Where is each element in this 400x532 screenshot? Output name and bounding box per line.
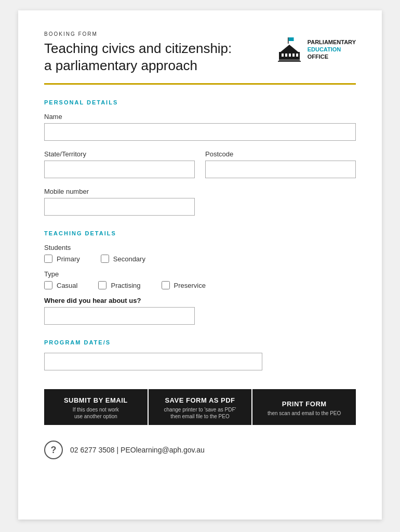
buttons-row: SUBMIT BY EMAIL If this does not workuse… (44, 389, 356, 425)
contact-separator: | (117, 446, 121, 454)
casual-checkbox[interactable] (44, 281, 52, 289)
casual-label: Casual (57, 282, 77, 289)
svg-rect-6 (289, 54, 291, 57)
help-icon: ? (44, 441, 63, 459)
contact-email: PEOlearning@aph.gov.au (121, 446, 205, 454)
students-label: Students (44, 244, 356, 251)
type-checkbox-group: Casual Practising Preservice (44, 281, 356, 289)
teaching-details-heading: TEACHING DETAILS (44, 230, 356, 236)
save-pdf-subtitle: change printer to 'save as PDF'then emai… (154, 406, 247, 420)
logo-text: PARLIAMENTARY EDUCATION OFFICE (308, 38, 356, 61)
name-input[interactable] (44, 123, 356, 141)
submit-email-button[interactable]: SUBMIT BY EMAIL If this does not workuse… (44, 389, 148, 425)
postcode-input[interactable] (205, 161, 356, 178)
name-label: Name (44, 113, 356, 121)
print-form-subtitle: then scan and email to the PEO (258, 410, 351, 417)
primary-label: Primary (57, 255, 80, 263)
preservice-checkbox[interactable] (162, 281, 170, 289)
svg-rect-9 (279, 59, 300, 61)
state-label: State/Territory (44, 150, 195, 158)
program-dates-input[interactable] (44, 353, 262, 370)
personal-details-heading: PERSONAL DETAILS (44, 99, 356, 105)
where-heard-input[interactable] (44, 307, 195, 325)
students-checkbox-group: Primary Secondary (44, 255, 356, 263)
svg-rect-1 (288, 37, 294, 41)
primary-checkbox-item[interactable]: Primary (44, 255, 80, 263)
svg-rect-0 (288, 37, 289, 44)
svg-marker-3 (281, 45, 298, 52)
print-form-button[interactable]: PRINT FORM then scan and email to the PE… (252, 389, 356, 425)
svg-rect-5 (285, 54, 287, 57)
gold-divider (44, 83, 356, 85)
program-dates-section: PROGRAM DATE/S (44, 339, 356, 370)
svg-rect-7 (292, 54, 295, 57)
secondary-checkbox[interactable] (101, 255, 109, 263)
svg-rect-10 (278, 61, 301, 62)
mobile-field-group: Mobile number (44, 188, 195, 216)
secondary-label: Secondary (113, 255, 145, 263)
primary-checkbox[interactable] (44, 255, 52, 263)
save-pdf-title: SAVE FORM AS PDF (154, 396, 247, 404)
state-input[interactable] (44, 161, 195, 178)
teaching-details-section: TEACHING DETAILS Students Primary Second… (44, 230, 356, 325)
contact-phone: 02 6277 3508 (70, 446, 115, 454)
where-heard-field-group: Where did you hear about us? (44, 297, 356, 325)
program-dates-heading: PROGRAM DATE/S (44, 339, 356, 345)
logo: PARLIAMENTARY EDUCATION OFFICE (276, 31, 356, 62)
postcode-field-group: Postcode (205, 150, 356, 178)
preservice-checkbox-item[interactable]: Preservice (162, 281, 206, 289)
booking-label: BOOKING FORM (44, 31, 232, 37)
print-form-title: PRINT FORM (258, 400, 351, 408)
svg-rect-8 (296, 54, 298, 57)
header: BOOKING FORM Teaching civics and citizen… (44, 31, 356, 74)
mobile-label: Mobile number (44, 188, 195, 195)
state-postcode-row: State/Territory Postcode (44, 150, 356, 178)
state-field-group: State/Territory (44, 150, 195, 178)
page: BOOKING FORM Teaching civics and citizen… (18, 10, 382, 520)
svg-rect-4 (282, 54, 284, 57)
where-heard-label: Where did you hear about us? (44, 297, 356, 304)
type-label: Type (44, 270, 356, 278)
contact-row: ? 02 6277 3508 | PEOlearning@aph.gov.au (44, 441, 356, 459)
page-title: Teaching civics and citizenship: a parli… (44, 40, 232, 74)
header-left: BOOKING FORM Teaching civics and citizen… (44, 31, 232, 74)
practising-checkbox[interactable] (98, 281, 106, 289)
practising-checkbox-item[interactable]: Practising (98, 281, 140, 289)
preservice-label: Preservice (174, 282, 206, 289)
secondary-checkbox-item[interactable]: Secondary (101, 255, 145, 263)
contact-text: 02 6277 3508 | PEOlearning@aph.gov.au (70, 446, 205, 454)
logo-icon (276, 36, 302, 62)
mobile-input[interactable] (44, 198, 195, 216)
practising-label: Practising (111, 282, 140, 289)
casual-checkbox-item[interactable]: Casual (44, 281, 77, 289)
personal-details-section: PERSONAL DETAILS Name State/Territory Po… (44, 99, 356, 216)
submit-email-title: SUBMIT BY EMAIL (49, 396, 142, 404)
name-field-group: Name (44, 113, 356, 141)
postcode-label: Postcode (205, 150, 356, 158)
submit-email-subtitle: If this does not workuse another option (49, 406, 142, 420)
save-pdf-button[interactable]: SAVE FORM AS PDF change printer to 'save… (149, 389, 252, 425)
